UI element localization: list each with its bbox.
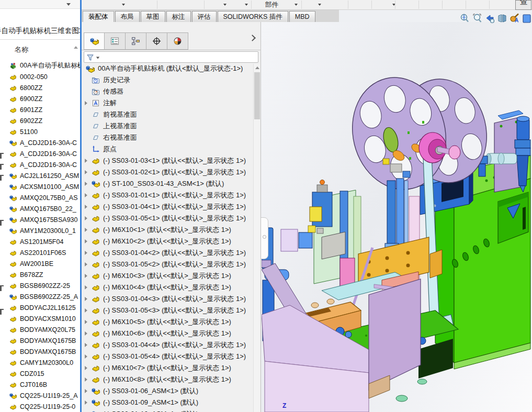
list-item[interactable]: 6902ZZ: [0, 115, 80, 126]
name-column-header[interactable]: 名称: [15, 45, 28, 54]
ribbon-tab[interactable]: 装配体: [83, 11, 114, 22]
expand-arrow-icon[interactable]: [85, 159, 87, 163]
tree-item[interactable]: 传感器: [82, 86, 253, 97]
list-item[interactable]: CAMY1M20300L0: [0, 357, 80, 368]
tree-item[interactable]: 上视基准面: [82, 120, 253, 132]
tree-item[interactable]: 前视基准面: [82, 109, 253, 120]
toolbar-dropdown-icon[interactable]: [318, 4, 321, 6]
expand-arrow-icon[interactable]: [85, 205, 87, 209]
ribbon-tab[interactable]: MBD: [289, 11, 315, 22]
list-item[interactable]: BODYAMXQ1675B: [0, 346, 80, 357]
edit-appearance-icon[interactable]: [510, 13, 520, 24]
list-item[interactable]: CQ225-U1I19-25_A: [0, 390, 80, 401]
section-view-icon[interactable]: [497, 13, 507, 24]
list-item[interactable]: 0002-050: [0, 71, 80, 82]
list-item[interactable]: 6900ZZ: [0, 93, 80, 104]
list-item[interactable]: CJT016B: [0, 379, 80, 390]
tree-item[interactable]: (-) SS03-01-05<2> (默认<<默认>_显示状态 1>): [82, 259, 253, 270]
tree-root-item[interactable]: 00A半自动手机贴标机 (默认<默认_显示状态-1>): [82, 63, 253, 74]
scrollbar-thumb[interactable]: [254, 72, 260, 119]
tree-item[interactable]: (-) SS03-01-09_ASM<1> (默认): [82, 397, 253, 408]
tree-item[interactable]: 右视基准面: [82, 132, 253, 143]
toolbar-dropdown-icon[interactable]: [245, 4, 248, 6]
ribbon-tab[interactable]: 布局: [115, 11, 140, 22]
expand-arrow-icon[interactable]: [85, 366, 87, 370]
tree-item[interactable]: (-) SS03-01-04<4> (默认<<默认>_显示状态 1>): [82, 339, 253, 351]
tree-item[interactable]: (-) M6X10<2> (默认<<默认>_显示状态 1>): [82, 236, 253, 247]
sort-ascending-icon[interactable]: [74, 46, 78, 49]
list-item[interactable]: A_CDJ2D16-30A-C: [0, 148, 80, 159]
expand-arrow-icon[interactable]: [85, 251, 87, 255]
component-toolbar-label[interactable]: 部件: [265, 1, 278, 9]
expand-arrow-icon[interactable]: [85, 297, 87, 301]
tree-filter-box[interactable]: [84, 51, 258, 63]
tree-item[interactable]: (-) SS03-01-02<1> (默认<<默认>_显示状态 1>): [82, 166, 253, 178]
ribbon-tab[interactable]: SOLIDWORKS 插件: [218, 11, 288, 22]
toolbar-dropdown-icon[interactable]: [122, 4, 125, 6]
tree-item[interactable]: (-) M6X10<8> (默认<<默认>_显示状态 1>): [82, 374, 253, 385]
previous-view-icon[interactable]: [484, 13, 495, 24]
expand-arrow-icon[interactable]: [85, 343, 87, 347]
expand-arrow-icon[interactable]: [85, 262, 87, 266]
list-item[interactable]: BODYACXSM1010: [0, 313, 80, 324]
panel-flyout-arrow-icon[interactable]: [249, 35, 256, 41]
scroll-up-icon[interactable]: [255, 66, 259, 69]
list-item[interactable]: AW2001BE: [0, 258, 80, 269]
tree-item[interactable]: 历史记录: [82, 74, 253, 86]
expand-arrow-icon[interactable]: [85, 228, 87, 232]
expand-arrow-icon[interactable]: [85, 308, 87, 313]
tree-item[interactable]: (-) M6X10<5> (默认<<默认>_显示状态 1>): [82, 316, 253, 328]
expand-arrow-icon[interactable]: [85, 389, 87, 393]
list-item[interactable]: BGSB6902ZZ-25_A: [0, 291, 80, 302]
tree-item[interactable]: 注解: [82, 97, 253, 109]
list-item[interactable]: AMXQ1675BSA930: [0, 214, 80, 225]
rebuild-button[interactable]: 查: [515, 0, 531, 10]
list-view-icon[interactable]: [75, 28, 80, 33]
ribbon-tab[interactable]: 草图: [141, 11, 165, 22]
expand-arrow-icon[interactable]: [85, 354, 87, 359]
assembly-3d-model[interactable]: [262, 24, 531, 412]
list-item[interactable]: ACJ2L161250_ASM: [0, 170, 80, 181]
panel-splitter-handle[interactable]: [261, 217, 268, 259]
tree-item[interactable]: (-) SS03-01-05<1> (默认<<默认>_显示状态 1>): [82, 213, 253, 224]
expand-arrow-icon[interactable]: [85, 182, 87, 186]
list-item[interactable]: ACXSM10100_ASM: [0, 181, 80, 192]
expand-arrow-icon[interactable]: [85, 170, 87, 174]
expand-arrow-icon[interactable]: [85, 331, 87, 336]
toolbar-dropdown-icon[interactable]: [295, 4, 298, 6]
expand-arrow-icon[interactable]: [85, 101, 87, 105]
list-item[interactable]: A_CDJ2D16-30A-C: [0, 159, 80, 170]
list-item[interactable]: BODYAMXQ20L75: [0, 324, 80, 335]
list-item[interactable]: 00A半自动手机贴标机: [0, 60, 80, 71]
list-item[interactable]: AMY1M20300L0_1: [0, 225, 80, 236]
document-partial-icon[interactable]: [522, 13, 532, 24]
list-item[interactable]: AS220101F06S: [0, 247, 80, 258]
list-item[interactable]: 51100: [0, 126, 80, 137]
zoom-fit-icon[interactable]: [459, 13, 470, 24]
list-item[interactable]: A_CDJ2D16-30A-C: [0, 137, 80, 148]
tree-item[interactable]: (-) ST-100_SS03-01-43_ASM<1> (默认): [82, 178, 253, 190]
list-item[interactable]: BODYAMXQ1675B: [0, 335, 80, 346]
tree-item[interactable]: (-) M6X10<7> (默认<<默认>_显示状态 1>): [82, 362, 253, 374]
tree-item[interactable]: (-) SS03-01-05<4> (默认<<默认>_显示状态 1>): [82, 351, 253, 362]
tab-displaymanager[interactable]: [167, 32, 188, 50]
list-item[interactable]: BODYACJ2L16125: [0, 302, 80, 313]
tree-item[interactable]: 原点: [82, 143, 253, 155]
list-item[interactable]: 6901ZZ: [0, 104, 80, 115]
tree-item[interactable]: (-) SS03-01-01<1> (默认<<默认>_显示状态 1>): [82, 190, 253, 201]
expand-arrow-icon[interactable]: [85, 216, 87, 220]
list-item[interactable]: B678ZZ: [0, 269, 80, 280]
expand-arrow-icon[interactable]: [85, 400, 87, 405]
tree-item[interactable]: (-) SS03-01-04<1> (默认<<默认>_显示状态 1>): [82, 201, 253, 213]
expand-arrow-icon[interactable]: [85, 274, 87, 278]
list-item[interactable]: CDZ015: [0, 368, 80, 379]
toolbar-dropdown-icon[interactable]: [66, 3, 71, 6]
tree-scrollbar[interactable]: [253, 64, 260, 412]
list-item[interactable]: BGSB6902ZZ-25: [0, 280, 80, 291]
zoom-area-icon[interactable]: [472, 13, 482, 24]
tree-item[interactable]: (-) SS03-01-04<2> (默认<<默认>_显示状态 1>): [82, 247, 253, 259]
tree-item[interactable]: (-) SS03-01-05<3> (默认<<默认>_显示状态 1>): [82, 305, 253, 316]
list-item[interactable]: CQ225-U1I19-25-0: [0, 401, 80, 412]
list-item[interactable]: AMXQ1675B0_22_: [0, 203, 80, 214]
toolbar-dropdown-icon[interactable]: [223, 4, 227, 6]
